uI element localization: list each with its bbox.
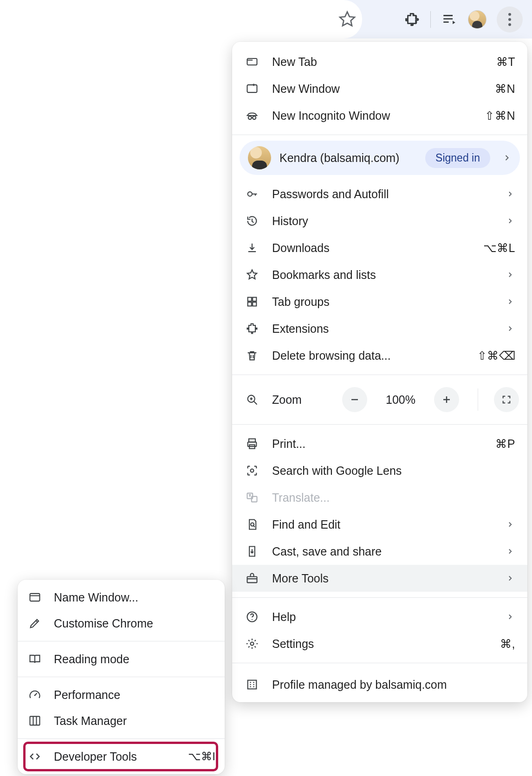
avatar[interactable] (468, 10, 487, 29)
svg-rect-26 (30, 717, 40, 725)
menu-extensions[interactable]: Extensions (232, 315, 527, 342)
menu-label: Cast, save and share (272, 545, 493, 558)
avatar (248, 146, 271, 169)
submenu-label: Name Window... (54, 591, 215, 604)
chevron-right-icon (505, 271, 515, 279)
submenu-reading-mode[interactable]: Reading mode (18, 646, 225, 672)
zoom-separator (478, 388, 478, 411)
toolbox-icon (244, 570, 260, 586)
save-page-icon (244, 543, 260, 559)
zoom-in-button[interactable] (434, 387, 459, 412)
translate-icon (244, 490, 260, 505)
svg-point-15 (251, 469, 254, 472)
svg-marker-6 (247, 270, 257, 279)
menu-delete-browsing[interactable]: Delete browsing data... ⇧⌘⌫ (232, 342, 527, 369)
menu-separator (232, 663, 527, 663)
lens-icon (244, 463, 260, 479)
menu-find-edit[interactable]: Find and Edit (232, 511, 527, 538)
svg-rect-23 (248, 680, 257, 689)
svg-rect-10 (253, 302, 256, 306)
zoom-icon (244, 393, 260, 406)
menu-translate: Translate... (232, 484, 527, 511)
menu-downloads[interactable]: Downloads ⌥⌘L (232, 234, 527, 261)
menu-label: Print... (272, 437, 483, 451)
menu-new-tab[interactable]: New Tab ⌘T (232, 48, 527, 75)
menu-history[interactable]: History (232, 207, 527, 234)
chevron-right-icon (505, 190, 515, 198)
menu-managed-profile[interactable]: Profile managed by balsamiq.com (232, 669, 527, 700)
chrome-main-menu: New Tab ⌘T New Window ⌘N New Incognito W… (232, 42, 527, 702)
submenu-customise-chrome[interactable]: Customise Chrome (18, 610, 225, 636)
shortcut: ⌘, (500, 637, 515, 651)
star-outline-icon (244, 267, 260, 283)
chevron-right-icon (505, 217, 515, 225)
submenu-label: Performance (54, 688, 215, 702)
svg-rect-9 (248, 302, 252, 306)
menu-label: Extensions (272, 322, 493, 336)
gear-icon (244, 636, 260, 652)
menu-label: Profile managed by balsamiq.com (272, 678, 515, 692)
menu-label: New Tab (272, 55, 484, 69)
menu-incognito[interactable]: New Incognito Window ⇧⌘N (232, 102, 527, 129)
profile-label: Kendra (balsamiq.com) (279, 151, 417, 165)
building-icon (244, 677, 260, 692)
address-bar-right (0, 0, 362, 39)
submenu-task-manager[interactable]: Task Manager (18, 708, 225, 734)
zoom-out-button[interactable] (342, 387, 367, 412)
chevron-right-icon (505, 324, 515, 333)
new-window-icon (244, 81, 260, 97)
chevron-right-icon (499, 153, 512, 162)
menu-passwords[interactable]: Passwords and Autofill (232, 181, 527, 207)
svg-marker-0 (340, 12, 355, 26)
shortcut: ⌘P (495, 437, 515, 451)
menu-google-lens[interactable]: Search with Google Lens (232, 457, 527, 484)
signed-in-badge: Signed in (425, 148, 490, 168)
chevron-right-icon (505, 297, 515, 306)
chevron-right-icon (505, 574, 515, 582)
svg-rect-2 (247, 85, 257, 92)
svg-rect-8 (253, 297, 256, 301)
menu-tab-groups[interactable]: Tab groups (232, 288, 527, 315)
book-icon (27, 653, 43, 666)
menu-label: Passwords and Autofill (272, 188, 493, 201)
menu-print[interactable]: Print... ⌘P (232, 430, 527, 457)
download-icon (244, 240, 260, 256)
menu-separator (18, 677, 225, 677)
menu-new-window[interactable]: New Window ⌘N (232, 75, 527, 102)
menu-help[interactable]: Help (232, 603, 527, 630)
submenu-name-window[interactable]: Name Window... (18, 584, 225, 610)
menu-more-tools[interactable]: More Tools (232, 565, 527, 592)
bookmark-star-icon[interactable] (338, 10, 357, 28)
extensions-puzzle-icon[interactable] (403, 11, 420, 28)
menu-separator (232, 597, 527, 598)
shortcut: ⌥⌘L (483, 241, 515, 255)
chevron-right-icon (505, 520, 515, 529)
submenu-developer-tools[interactable]: Developer Tools ⌥⌘I (18, 744, 225, 770)
menu-settings[interactable]: Settings ⌘, (232, 630, 527, 657)
zoom-label: Zoom (272, 393, 330, 407)
menu-profile[interactable]: Kendra (balsamiq.com) Signed in (240, 141, 520, 175)
help-icon (244, 609, 260, 625)
menu-cast-save-share[interactable]: Cast, save and share (232, 538, 527, 565)
shortcut: ⇧⌘⌫ (477, 349, 516, 362)
submenu-performance[interactable]: Performance (18, 682, 225, 708)
menu-label: More Tools (272, 572, 493, 585)
trash-icon (244, 348, 260, 363)
svg-rect-19 (247, 577, 257, 583)
menu-separator (232, 424, 527, 425)
menu-bookmarks[interactable]: Bookmarks and lists (232, 261, 527, 288)
svg-point-3 (248, 116, 252, 119)
history-icon (244, 213, 260, 229)
media-controls-icon[interactable] (441, 11, 458, 28)
chevron-right-icon (505, 613, 515, 621)
menu-label: New Window (272, 82, 483, 96)
submenu-label: Developer Tools (54, 750, 177, 763)
puzzle-icon (244, 321, 260, 336)
more-menu-button[interactable] (497, 6, 523, 32)
fullscreen-button[interactable] (494, 387, 519, 412)
svg-rect-7 (248, 297, 252, 301)
shortcut: ⇧⌘N (485, 109, 515, 123)
columns-icon (27, 714, 43, 727)
svg-point-22 (251, 642, 254, 646)
menu-label: Delete browsing data... (272, 349, 465, 362)
